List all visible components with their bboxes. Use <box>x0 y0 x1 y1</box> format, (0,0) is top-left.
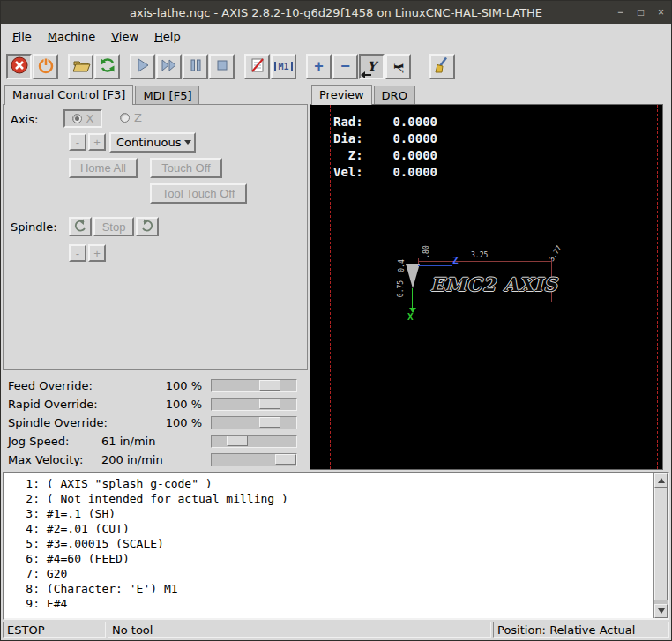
feed-override-slider[interactable] <box>211 379 297 392</box>
dro-readout: Rad: 0.0000 Dia: 0.0000 Z: 0.0000 Vel: 0… <box>333 114 437 181</box>
slider-value: 61 in/min <box>101 435 211 448</box>
menu-help[interactable]: Help <box>146 26 189 47</box>
max-velocity-row: Max Velocity: 200 in/min <box>3 451 308 469</box>
toolbar: M1 + − Y Y <box>1 48 671 84</box>
status-tool: No tool <box>108 622 491 638</box>
view-y2-button[interactable]: Y <box>385 54 411 79</box>
z-axis-line <box>418 265 452 266</box>
preview-canvas[interactable]: Rad: 0.0000 Dia: 0.0000 Z: 0.0000 Vel: 0… <box>310 104 663 470</box>
reload-button[interactable] <box>94 54 120 79</box>
rapid-override-row: Rapid Override: 100 % <box>3 395 308 414</box>
slider-thumb[interactable] <box>259 417 280 428</box>
axis-label: Axis: <box>11 113 38 126</box>
axis-x-radio[interactable]: X <box>63 109 102 128</box>
skip-lines-toggle[interactable] <box>244 54 270 79</box>
tool-touch-off-button[interactable]: Tool Touch Off <box>150 183 247 204</box>
jog-speed-row: Jog Speed: 61 in/min <box>3 432 308 451</box>
dimension-label: 3.25 <box>471 251 488 259</box>
left-panel: Manual Control [F3] MDI [F5] Axis: X Z -… <box>1 84 308 470</box>
manual-control-panel: Axis: X Z - + Continuous Home All Touch … <box>3 104 308 370</box>
feed-override-row: Feed Override: 100 % <box>3 376 308 395</box>
gcode-line: 4: #2=.01 (CUT) <box>8 521 652 536</box>
estop-button[interactable] <box>6 54 32 79</box>
zoom-out-icon: − <box>340 58 350 74</box>
optional-stop-toggle[interactable]: M1 <box>271 54 296 79</box>
z-axis-label: Z <box>452 255 459 266</box>
slider-label: Jog Speed: <box>3 435 101 448</box>
tool-marker <box>406 264 420 288</box>
gcode-listing[interactable]: 1: ( AXIS "splash g-code" )2: ( Not inte… <box>3 472 669 620</box>
machine-power-button[interactable] <box>33 54 58 79</box>
scrollbar-thumb[interactable] <box>654 488 668 600</box>
jog-plus-button[interactable]: + <box>88 133 106 151</box>
spindle-plus-button[interactable]: + <box>88 244 106 262</box>
zoom-in-button[interactable]: + <box>306 54 332 79</box>
run-step-button[interactable] <box>156 54 182 79</box>
tab-preview[interactable]: Preview <box>311 85 372 105</box>
jog-mode-dropdown[interactable]: Continuous <box>109 132 196 153</box>
reload-icon <box>98 56 117 78</box>
touch-off-button[interactable]: Touch Off <box>150 158 222 178</box>
slider-thumb[interactable] <box>227 436 248 446</box>
gcode-line: 6: #4=60 (FEED) <box>8 551 652 566</box>
jog-speed-slider[interactable] <box>211 435 297 448</box>
spindle-reverse-button[interactable] <box>69 217 92 236</box>
run-button[interactable] <box>130 54 155 79</box>
spindle-forward-button[interactable] <box>136 217 159 236</box>
slider-thumb[interactable] <box>275 454 296 465</box>
menu-file[interactable]: File <box>4 26 40 47</box>
spindle-stop-button[interactable]: Stop <box>93 217 134 236</box>
spindle-forward-icon <box>139 219 155 235</box>
maximize-button[interactable]: □ <box>631 3 651 22</box>
tab-mdi[interactable]: MDI [F5] <box>135 86 199 104</box>
spindle-label: Spindle: <box>11 220 57 234</box>
gcode-line: 5: #3=.00015 (SCALE) <box>8 536 652 551</box>
machine-limit-line <box>657 105 658 469</box>
tab-dro[interactable]: DRO <box>374 86 415 104</box>
power-icon <box>36 56 56 78</box>
scroll-up-button[interactable] <box>654 473 668 488</box>
override-sliders: Feed Override: 100 % Rapid Override: 100… <box>3 370 308 469</box>
skip-lines-icon <box>248 56 267 78</box>
spindle-minus-button[interactable]: - <box>69 244 86 262</box>
minimize-button[interactable]: − <box>610 3 631 22</box>
open-file-button[interactable] <box>68 54 93 79</box>
max-velocity-slider[interactable] <box>211 453 297 466</box>
zoom-out-button[interactable]: − <box>332 54 358 79</box>
chevron-down-icon <box>181 140 194 145</box>
home-all-button[interactable]: Home All <box>69 158 138 178</box>
x-axis-line <box>412 288 413 308</box>
app-window: axis-lathe.ngc - AXIS 2.8.2-10-g6d29f145… <box>0 0 672 641</box>
clear-plot-button[interactable] <box>429 54 455 79</box>
gcode-line: 1: ( AXIS "splash g-code" ) <box>8 476 652 491</box>
gcode-scrollbar[interactable] <box>653 473 668 618</box>
jog-minus-button[interactable]: - <box>69 133 86 151</box>
close-button[interactable]: × <box>651 3 671 22</box>
gcode-line: 7: G20 <box>8 566 652 581</box>
window-title: axis-lathe.ngc - AXIS 2.8.2-10-g6d29f145… <box>64 6 608 19</box>
pause-icon <box>186 56 205 78</box>
slider-thumb[interactable] <box>259 399 280 409</box>
open-folder-icon <box>71 56 91 78</box>
menu-view[interactable]: View <box>103 26 146 47</box>
axis-x-label: X <box>86 112 94 125</box>
spindle-override-row: Spindle Override: 100 % <box>3 414 308 432</box>
spindle-override-slider[interactable] <box>211 416 297 429</box>
scroll-down-button[interactable] <box>654 604 668 618</box>
axis-z-radio[interactable]: Z <box>120 111 142 124</box>
view-y-icon: Y <box>368 59 377 73</box>
view-y-button[interactable]: Y <box>359 54 385 79</box>
spindle-reverse-icon <box>72 219 88 235</box>
stop-button[interactable] <box>209 54 235 79</box>
rapid-override-slider[interactable] <box>211 398 297 411</box>
slider-thumb[interactable] <box>259 380 280 391</box>
title-bar[interactable]: axis-lathe.ngc - AXIS 2.8.2-10-g6d29f145… <box>1 1 671 24</box>
pause-button[interactable] <box>183 54 208 79</box>
zoom-in-icon: + <box>314 58 324 74</box>
menu-machine[interactable]: Machine <box>40 26 103 47</box>
axis-z-label: Z <box>134 111 142 124</box>
tab-manual-control[interactable]: Manual Control [F3] <box>4 85 133 105</box>
arrow-down-icon <box>658 608 665 614</box>
gcode-line: 9: F#4 <box>8 596 652 611</box>
gcode-line: 8: (Character: 'E') M1 <box>8 581 652 596</box>
